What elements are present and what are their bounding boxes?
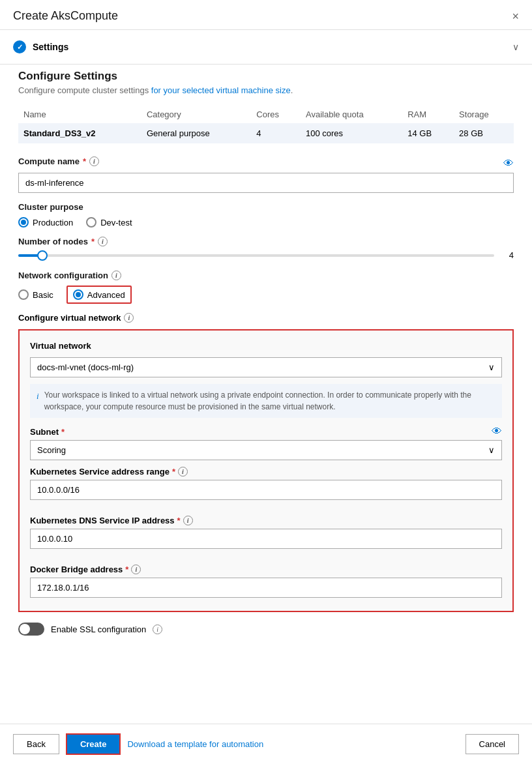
configure-subtitle: Configure compute cluster settings for y… xyxy=(18,85,514,95)
vm-cores-cell: 4 xyxy=(251,123,301,143)
subnet-dropdown[interactable]: Scoring ∨ xyxy=(30,440,502,460)
vnet-info-text: Your workspace is linked to a virtual ne… xyxy=(44,389,495,413)
vnet-chevron-icon: ∨ xyxy=(488,362,495,372)
radio-outer-advanced xyxy=(73,289,83,300)
compute-name-row: Compute name * i 👁 xyxy=(18,156,514,170)
vm-quota-cell: 100 cores xyxy=(301,123,402,143)
ssl-info-icon[interactable]: i xyxy=(153,624,162,634)
ssl-row: Enable SSL configuration i xyxy=(18,623,514,636)
k8s-dns-label: Kubernetes DNS Service IP address * i xyxy=(30,516,502,525)
vnet-dropdown-value: docs-ml-vnet (docs-ml-rg) xyxy=(37,362,134,372)
network-config-info-icon[interactable]: i xyxy=(111,271,121,280)
radio-production[interactable]: Production xyxy=(18,217,73,228)
back-button[interactable]: Back xyxy=(13,734,59,754)
configure-title: Configure Settings xyxy=(18,70,514,83)
close-button[interactable]: × xyxy=(512,10,519,22)
compute-name-info-icon[interactable]: i xyxy=(89,156,99,166)
col-name: Name xyxy=(18,106,141,123)
subnet-eye-icon[interactable]: 👁 xyxy=(492,426,502,437)
radio-advanced-label: Advanced xyxy=(87,290,125,300)
dialog-body: ✓ Settings ∨ Configure Settings Configur… xyxy=(0,30,532,724)
nodes-label: Number of nodes * i xyxy=(18,237,514,246)
radio-production-label: Production xyxy=(33,218,73,228)
compute-name-input[interactable] xyxy=(18,173,514,193)
cluster-purpose-label: Cluster purpose xyxy=(18,202,514,212)
subnet-label: Subnet * xyxy=(30,427,65,437)
slider-value: 4 xyxy=(501,250,514,260)
create-button[interactable]: Create xyxy=(66,733,121,755)
configure-section: Configure Settings Configure compute clu… xyxy=(0,65,532,662)
radio-outer-basic xyxy=(18,289,29,300)
k8s-dns-required: * xyxy=(177,516,181,525)
vnet-dropdown[interactable]: docs-ml-vnet (docs-ml-rg) ∨ xyxy=(30,357,502,377)
docker-bridge-label: Docker Bridge address * i xyxy=(30,565,502,574)
create-akscompute-dialog: Create AksCompute × ✓ Settings ∨ Configu… xyxy=(0,0,532,764)
radio-inner-advanced xyxy=(76,292,81,297)
radio-outer-production xyxy=(18,217,29,228)
k8s-service-label: Kubernetes Service address range * i xyxy=(30,467,502,477)
radio-inner-production xyxy=(21,220,26,225)
network-config-label: Network configuration i xyxy=(18,271,514,280)
col-ram: RAM xyxy=(402,106,454,123)
slider-thumb[interactable] xyxy=(37,250,48,261)
vm-storage-cell: 28 GB xyxy=(454,123,514,143)
k8s-service-input[interactable] xyxy=(30,480,502,500)
subnet-dropdown-value: Scoring xyxy=(37,445,66,455)
dialog-header: Create AksCompute × xyxy=(0,0,532,30)
toggle-knob xyxy=(20,624,30,634)
subnet-chevron-icon: ∨ xyxy=(488,445,495,455)
ssl-toggle[interactable] xyxy=(18,623,44,636)
eye-icon[interactable]: 👁 xyxy=(503,158,514,169)
cancel-button[interactable]: Cancel xyxy=(466,734,519,754)
k8s-dns-info-icon[interactable]: i xyxy=(183,516,193,525)
docker-bridge-input[interactable] xyxy=(30,578,502,598)
configure-vnet-info-icon[interactable]: i xyxy=(124,313,134,323)
template-link[interactable]: Download a template for automation xyxy=(127,739,263,749)
settings-check-icon: ✓ xyxy=(13,40,26,53)
radio-basic[interactable]: Basic xyxy=(18,289,53,300)
subtitle-link[interactable]: for your selected virtual machine size xyxy=(151,85,291,95)
radio-devtest[interactable]: Dev-test xyxy=(86,217,132,228)
vnet-box: Virtual network docs-ml-vnet (docs-ml-rg… xyxy=(18,329,514,612)
docker-bridge-info-icon[interactable]: i xyxy=(131,565,141,574)
nodes-info-icon[interactable]: i xyxy=(98,237,108,246)
compute-name-label: Compute name * i xyxy=(18,156,99,166)
k8s-dns-input[interactable] xyxy=(30,529,502,549)
radio-advanced[interactable]: Advanced xyxy=(66,286,132,304)
ssl-label: Enable SSL configuration xyxy=(51,624,146,634)
radio-outer-devtest xyxy=(86,217,96,228)
dialog-footer: Back Create Download a template for auto… xyxy=(0,724,532,764)
chevron-down-icon: ∨ xyxy=(512,42,519,52)
vnet-title: Virtual network xyxy=(30,341,502,351)
required-star: * xyxy=(83,156,86,166)
info-msg-icon: i xyxy=(37,390,39,403)
col-cores: Cores xyxy=(251,106,301,123)
slider-row: 4 xyxy=(18,250,514,260)
col-quota: Available quota xyxy=(301,106,402,123)
nodes-required-star: * xyxy=(91,237,95,246)
k8s-service-info-icon[interactable]: i xyxy=(178,467,188,477)
configure-vnet-label: Configure virtual network i xyxy=(18,313,514,323)
vm-ram-cell: 14 GB xyxy=(402,123,454,143)
network-radio-group: Basic Advanced xyxy=(18,286,514,304)
vm-category-cell: General purpose xyxy=(141,123,251,143)
settings-label: Settings xyxy=(33,42,68,52)
subnet-required-star: * xyxy=(61,427,65,437)
vm-name-cell: Standard_DS3_v2 xyxy=(18,123,141,143)
radio-basic-label: Basic xyxy=(33,290,53,300)
settings-section: ✓ Settings ∨ xyxy=(0,30,532,65)
cluster-purpose-radio-group: Production Dev-test xyxy=(18,217,514,228)
settings-header-left: ✓ Settings xyxy=(13,40,68,53)
radio-devtest-label: Dev-test xyxy=(100,218,132,228)
col-storage: Storage xyxy=(454,106,514,123)
vm-table: Name Category Cores Available quota RAM … xyxy=(18,106,514,143)
settings-header[interactable]: ✓ Settings ∨ xyxy=(0,30,532,64)
col-category: Category xyxy=(141,106,251,123)
vnet-info-message: i Your workspace is linked to a virtual … xyxy=(30,384,502,418)
docker-bridge-required: * xyxy=(125,565,128,574)
subnet-row: Subnet * 👁 xyxy=(30,426,502,437)
k8s-service-required: * xyxy=(172,467,175,477)
dialog-title: Create AksCompute xyxy=(13,9,118,23)
table-row: Standard_DS3_v2 General purpose 4 100 co… xyxy=(18,123,514,143)
slider-track xyxy=(18,254,494,257)
